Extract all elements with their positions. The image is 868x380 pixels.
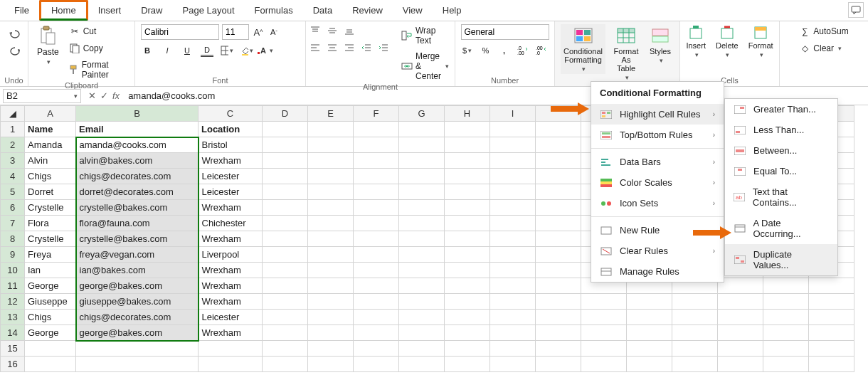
cell[interactable] [354,294,399,310]
copy-button[interactable]: Copy [66,41,129,56]
cell[interactable]: crystelle@bakes.com [76,231,199,247]
cell[interactable] [354,169,399,184]
cell[interactable]: Chigs [25,310,76,325]
cell[interactable] [718,278,763,294]
underline-button[interactable]: U [181,44,194,57]
row-header[interactable]: 15 [1,341,25,357]
cell[interactable]: Email [76,122,199,137]
increase-indent-icon[interactable] [377,41,390,54]
tab-review[interactable]: Review [342,2,393,19]
cell[interactable] [263,231,308,247]
cell[interactable] [308,216,354,231]
tab-help[interactable]: Help [433,2,472,19]
cell[interactable] [263,263,308,278]
cell[interactable] [263,310,308,325]
increase-decimal-icon[interactable]: .0.00 [517,44,529,57]
cancel-formula-icon[interactable]: ✕ [88,90,96,101]
cell[interactable]: Wrexham [199,294,263,310]
cell[interactable] [399,169,445,184]
cell[interactable]: alvin@bakes.com [76,153,199,169]
cell[interactable] [354,231,399,247]
cell[interactable] [627,294,672,310]
cell[interactable] [354,278,399,294]
paste-button[interactable]: Paste▾ [34,24,62,67]
tab-file[interactable]: File [4,2,39,19]
cell[interactable] [490,263,536,278]
cell[interactable] [445,341,490,357]
align-center-icon[interactable] [326,41,339,54]
cell[interactable] [263,169,308,184]
cell[interactable]: George [25,325,76,341]
double-underline-button[interactable]: D [201,44,213,57]
cell[interactable] [445,184,490,200]
cell[interactable]: chigs@decorates.com [76,310,199,325]
cell[interactable] [263,137,308,153]
cell[interactable] [718,310,763,325]
cell[interactable] [399,357,445,372]
cell[interactable] [536,310,581,325]
cell[interactable] [445,325,490,341]
cell[interactable]: george@bakes.com [76,278,199,294]
cell[interactable] [809,310,854,325]
row-header[interactable]: 9 [1,247,25,263]
cell[interactable] [536,247,581,263]
column-header[interactable]: A [25,106,76,122]
cell[interactable]: flora@fauna.com [76,216,199,231]
fill-color-button[interactable]: ▾ [240,44,253,57]
cell[interactable] [490,200,536,216]
cell[interactable] [536,184,581,200]
cell[interactable] [308,153,354,169]
comments-button[interactable] [848,2,864,18]
cell[interactable] [445,310,490,325]
cell[interactable]: Freya [25,247,76,263]
cell[interactable] [263,153,308,169]
cf-manage-rules[interactable]: Manage Rules [591,261,724,282]
font-color-button[interactable]: A▾ [260,44,273,57]
cell[interactable] [308,200,354,216]
decrease-indent-icon[interactable] [360,41,373,54]
hc-date-occurring[interactable]: A Date Occurring... [725,213,837,244]
cell[interactable] [445,169,490,184]
cell[interactable] [308,278,354,294]
bold-button[interactable]: B [141,44,154,57]
merge-center-button[interactable]: Merge & Center▾ [398,50,452,83]
cell[interactable] [263,184,308,200]
format-cells-button[interactable]: Format▾ [746,24,776,60]
format-as-table-button[interactable]: Format As Table▾ [610,24,642,83]
cell[interactable]: Chigs [25,169,76,184]
align-top-icon[interactable] [309,24,322,37]
cell[interactable] [399,341,445,357]
cell[interactable] [490,231,536,247]
cell[interactable]: Amanda [25,137,76,153]
cell[interactable] [536,341,581,357]
name-box[interactable]: B2▾ [3,89,81,103]
select-all-corner[interactable]: ◢ [1,106,25,122]
row-header[interactable]: 4 [1,169,25,184]
hc-less-than[interactable]: Less Than... [725,120,837,140]
cell[interactable] [199,357,263,372]
cell[interactable] [445,278,490,294]
styles-button[interactable]: Styles▾ [647,24,674,65]
cell[interactable]: Ian [25,263,76,278]
cell[interactable] [581,325,627,341]
cell[interactable]: amanda@cooks.com [76,137,199,153]
cell[interactable] [445,263,490,278]
cell[interactable]: Dorret [25,184,76,200]
cell[interactable] [399,216,445,231]
italic-button[interactable]: I [161,44,174,57]
hc-duplicate-values[interactable]: Duplicate Values... [725,244,837,275]
cell[interactable] [536,137,581,153]
comma-button[interactable]: , [498,44,511,57]
cell[interactable] [308,137,354,153]
cell[interactable] [536,122,581,137]
column-header[interactable]: H [445,106,490,122]
cell[interactable] [490,294,536,310]
cell[interactable] [763,357,809,372]
cell[interactable] [445,200,490,216]
increase-font-icon[interactable]: A^ [252,26,265,38]
cell[interactable] [354,184,399,200]
cell[interactable] [672,357,718,372]
cell[interactable] [718,357,763,372]
hc-equal-to[interactable]: Equal To... [725,161,837,181]
cell[interactable]: Wrexham [199,231,263,247]
